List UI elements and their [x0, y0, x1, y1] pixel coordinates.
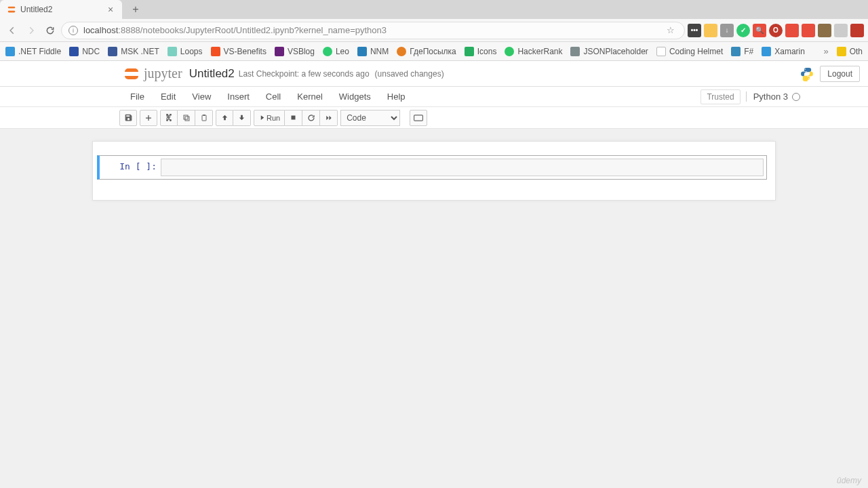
move-down-button[interactable]	[233, 110, 251, 126]
bookmark-item[interactable]: VS-Benefits	[211, 47, 267, 56]
bookmark-item[interactable]: MSK .NET	[108, 47, 159, 56]
bookmark-item[interactable]: JSONPlaceholder	[570, 47, 648, 56]
udemy-watermark: ûdemy	[837, 476, 861, 485]
menu-view[interactable]: View	[184, 87, 219, 107]
bookmark-item[interactable]: VSBlog	[275, 47, 315, 56]
reload-button[interactable]	[42, 22, 58, 39]
bookmark-label: Loops	[180, 47, 203, 56]
bookmark-item[interactable]: NDC	[69, 47, 100, 56]
new-tab-button[interactable]: +	[129, 3, 142, 16]
paste-button[interactable]	[195, 110, 213, 126]
command-palette-button[interactable]	[410, 110, 427, 126]
bookmark-label: Coding Helmet	[669, 47, 723, 56]
trusted-indicator[interactable]: Trusted	[701, 89, 740, 104]
svg-rect-3	[184, 115, 188, 119]
extension-icon[interactable]	[850, 24, 864, 37]
restart-run-all-button[interactable]	[320, 110, 338, 126]
jupyter-header: jupyter Untitled2 Last Checkpoint: a few…	[0, 61, 868, 87]
bookmark-item[interactable]: Xamarin	[762, 47, 805, 56]
tab-title: Untitled2	[20, 5, 102, 14]
bookmark-label: Icons	[477, 47, 497, 56]
notebook-name[interactable]: Untitled2	[189, 67, 235, 81]
bookmark-star-icon[interactable]: ☆	[667, 25, 675, 35]
jupyter-menubar: File Edit View Insert Cell Kernel Widget…	[0, 87, 868, 107]
bookmark-label: ГдеПосылка	[410, 47, 456, 56]
bookmark-item[interactable]: .NET Fiddle	[5, 47, 61, 56]
code-cell[interactable]: In [ ]:	[97, 155, 767, 180]
extensions: ••• ↓ ✓ 🔍 O	[688, 19, 864, 42]
menu-edit[interactable]: Edit	[153, 87, 184, 107]
forward-button[interactable]	[23, 22, 39, 39]
bookmark-item[interactable]: Oth	[837, 47, 863, 56]
copy-button[interactable]	[178, 110, 195, 126]
bookmark-label: .NET Fiddle	[18, 47, 61, 56]
extension-icon[interactable]: 🔍	[753, 24, 766, 37]
bookmark-item[interactable]: Leo	[323, 47, 349, 56]
extension-icon[interactable]: •••	[688, 24, 701, 37]
logout-button[interactable]: Logout	[820, 66, 860, 82]
menu-help[interactable]: Help	[379, 87, 414, 107]
bookmark-item[interactable]: ГдеПосылка	[397, 47, 456, 56]
checkpoint-status: Last Checkpoint: a few seconds ago	[239, 69, 370, 79]
bookmarks-overflow-icon[interactable]: »	[823, 46, 828, 56]
url-host: localhost	[83, 25, 118, 35]
cell-input[interactable]	[161, 159, 764, 176]
restart-button[interactable]	[302, 110, 320, 126]
add-cell-button[interactable]	[140, 110, 157, 126]
bookmark-label: Xamarin	[774, 47, 805, 56]
bookmark-label: Leo	[336, 47, 349, 56]
menu-file[interactable]: File	[122, 87, 153, 107]
extension-icon[interactable]: O	[769, 24, 783, 37]
save-status: (unsaved changes)	[375, 69, 444, 79]
menu-insert[interactable]: Insert	[219, 87, 258, 107]
close-tab-icon[interactable]: ×	[106, 5, 115, 14]
jupyter-toolbar: Run Code	[0, 107, 868, 129]
browser-toolbar: i localhost:8888/notebooks/JupyterRoot/U…	[0, 19, 868, 42]
site-info-icon[interactable]: i	[68, 26, 78, 35]
address-bar[interactable]: i localhost:8888/notebooks/JupyterRoot/U…	[61, 22, 685, 39]
interrupt-button[interactable]	[285, 110, 302, 126]
celltype-select[interactable]: Code	[340, 110, 400, 126]
kernel-indicator[interactable]: Python 3	[746, 92, 800, 102]
bookmark-label: VS-Benefits	[224, 47, 267, 56]
bookmark-item[interactable]: Icons	[465, 47, 497, 56]
menu-widgets[interactable]: Widgets	[331, 87, 379, 107]
url-port: :8888	[118, 25, 140, 35]
jupyter-logo-icon	[122, 64, 141, 83]
bookmark-label: NNM	[370, 47, 389, 56]
svg-rect-2	[185, 117, 189, 121]
extension-icon[interactable]	[834, 24, 848, 37]
extension-icon[interactable]: ✓	[736, 24, 750, 37]
bookmark-label: NDC	[82, 47, 100, 56]
kernel-name: Python 3	[753, 92, 788, 102]
bookmark-item[interactable]: Coding Helmet	[656, 47, 723, 56]
extension-icon[interactable]	[785, 24, 799, 37]
run-label: Run	[267, 114, 280, 122]
svg-rect-6	[292, 116, 296, 120]
extension-icon[interactable]	[818, 24, 831, 37]
extension-icon[interactable]: ↓	[720, 24, 734, 37]
run-button[interactable]: Run	[254, 110, 285, 126]
cut-button[interactable]	[160, 110, 178, 126]
extension-icon[interactable]	[704, 24, 717, 37]
save-button[interactable]	[119, 110, 137, 126]
bookmark-item[interactable]: HackerRank	[505, 47, 562, 56]
jupyter-logo[interactable]: jupyter	[122, 64, 182, 83]
extension-icon[interactable]	[802, 24, 815, 37]
cell-prompt: In [ ]:	[102, 159, 161, 176]
bookmark-label: MSK .NET	[121, 47, 159, 56]
kernel-status-icon	[792, 93, 800, 101]
svg-rect-7	[414, 115, 423, 120]
svg-rect-1	[8, 11, 16, 13]
menu-kernel[interactable]: Kernel	[289, 87, 331, 107]
bookmark-item[interactable]: F#	[731, 47, 753, 56]
bookmark-item[interactable]: NNM	[357, 47, 389, 56]
bookmark-label: JSONPlaceholder	[583, 47, 648, 56]
bookmark-item[interactable]: Loops	[167, 47, 203, 56]
svg-rect-5	[203, 115, 205, 116]
back-button[interactable]	[4, 22, 20, 39]
browser-tab[interactable]: Untitled2 ×	[0, 0, 122, 19]
move-up-button[interactable]	[216, 110, 233, 126]
menu-cell[interactable]: Cell	[258, 87, 289, 107]
tab-strip: Untitled2 × +	[0, 0, 868, 19]
